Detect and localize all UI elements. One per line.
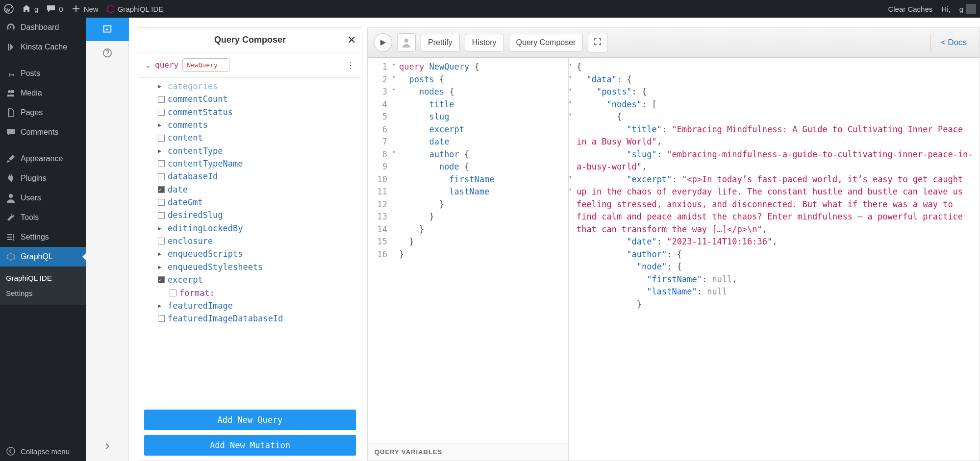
chevron-down-icon[interactable]: ⌄	[145, 61, 151, 69]
sidebar-item-settings[interactable]: Settings	[0, 227, 86, 247]
add-query-button[interactable]: Add New Query	[144, 410, 356, 430]
add-mutation-button[interactable]: Add New Mutation	[144, 435, 356, 456]
docs-button[interactable]: <Docs	[930, 34, 974, 51]
field-format[interactable]: format:	[158, 287, 362, 299]
close-icon[interactable]: ✕	[347, 34, 356, 47]
field-contentTypeName[interactable]: contentTypeName	[158, 157, 362, 170]
execute-button[interactable]	[374, 33, 392, 52]
field-desiredSlug[interactable]: desiredSlug	[158, 209, 362, 221]
sidebar-item-dashboard[interactable]: Dashboard	[0, 18, 86, 37]
sidebar-item-pages[interactable]: Pages	[0, 103, 86, 122]
graphiql-toolbar: Prettify History Query Composer <Docs	[368, 28, 980, 58]
wp-adminbar: g 0 New ⬡GraphiQL IDE Clear Caches Hi, g	[0, 0, 980, 18]
avatar	[966, 4, 976, 14]
field-commentCount[interactable]: commentCount	[158, 93, 362, 105]
svg-point-13	[404, 39, 408, 43]
wp-admin-sidebar: DashboardKinsta CachePostsMediaPagesComm…	[0, 18, 86, 461]
sidebar-item-tools[interactable]: Tools	[0, 208, 86, 227]
field-categories[interactable]: ▶categories	[158, 80, 362, 93]
help-icon[interactable]	[86, 41, 129, 65]
comments-link[interactable]: 0	[46, 4, 63, 14]
chevron-right-icon[interactable]	[86, 435, 129, 458]
explorer-icon[interactable]	[86, 18, 129, 41]
field-commentStatus[interactable]: commentStatus	[158, 106, 362, 119]
more-icon[interactable]: ⋮	[346, 60, 355, 71]
field-enqueuedStylesheets[interactable]: ▶enqueuedStylesheets	[158, 261, 362, 273]
svg-point-1	[8, 90, 11, 93]
query-keyword: query	[155, 60, 178, 70]
submenu-item[interactable]: GraphiQL IDE	[0, 270, 86, 286]
sidebar-item-plugins[interactable]: Plugins	[0, 169, 86, 188]
query-name-input[interactable]	[182, 58, 229, 72]
field-featuredImage[interactable]: ▶featuredImage	[158, 299, 362, 312]
sidebar-item-appearance[interactable]: Appearance	[0, 149, 86, 169]
field-featuredImageDatabaseId[interactable]: featuredImageDatabaseId	[158, 312, 362, 325]
graphql-logo-icon: ⬡	[106, 3, 115, 15]
history-button[interactable]: History	[465, 34, 504, 51]
sidebar-item-comments[interactable]: Comments	[0, 122, 86, 142]
prettify-button[interactable]: Prettify	[421, 34, 460, 51]
field-content[interactable]: content	[158, 131, 362, 144]
svg-point-3	[9, 194, 13, 198]
auth-button[interactable]	[397, 33, 416, 52]
sidebar-item-media[interactable]: Media	[0, 83, 86, 103]
field-dateGmt[interactable]: dateGmt	[158, 196, 362, 209]
field-comments[interactable]: ▶comments	[158, 119, 362, 131]
new-link[interactable]: New	[71, 4, 99, 14]
sidebar-item-graphql[interactable]: GraphQL	[0, 247, 86, 267]
field-date[interactable]: date	[158, 183, 362, 196]
collapse-menu[interactable]: Collapse menu	[0, 441, 86, 461]
graphiql-ide-link[interactable]: ⬡GraphiQL IDE	[106, 3, 164, 15]
composer-button[interactable]: Query Composer	[509, 34, 583, 51]
svg-rect-2	[11, 90, 14, 93]
field-editingLockedBy[interactable]: ▶editingLockedBy	[158, 222, 362, 235]
graphiql-icon-sidebar	[86, 18, 129, 461]
sidebar-item-posts[interactable]: Posts	[0, 64, 86, 83]
svg-point-10	[7, 447, 15, 455]
result-pane: ▾▾▾▾▾▾▾{ "data": { "posts": { "nodes": […	[569, 58, 980, 461]
submenu-item[interactable]: Settings	[0, 286, 86, 301]
field-enqueuedScripts[interactable]: ▶enqueuedScripts	[158, 247, 362, 260]
site-home[interactable]: g	[22, 4, 38, 14]
field-enclosure[interactable]: enclosure	[158, 235, 362, 247]
field-excerpt[interactable]: excerpt	[158, 273, 362, 286]
composer-title: Query Composer	[214, 35, 286, 45]
sidebar-item-users[interactable]: Users	[0, 188, 86, 208]
sidebar-item-kinsta-cache[interactable]: Kinsta Cache	[0, 37, 86, 57]
user-initial[interactable]: g	[959, 4, 976, 14]
field-databaseId[interactable]: databaseId	[158, 170, 362, 183]
composer-field-list: ▶categoriescommentCountcommentStatus▶com…	[138, 78, 362, 405]
fullscreen-button[interactable]	[588, 33, 607, 52]
query-editor[interactable]: 12345678910111213141516▾▾▾▾query NewQuer…	[368, 58, 569, 461]
wp-logo-icon[interactable]	[4, 4, 14, 14]
field-contentType[interactable]: ▶contentType	[158, 145, 362, 157]
user-greeting[interactable]: Hi,	[941, 5, 950, 13]
clear-caches[interactable]: Clear Caches	[888, 5, 932, 13]
query-variables-toggle[interactable]: QUERY VARIABLES	[368, 443, 568, 461]
query-composer-panel: Query Composer ✕ ⌄ query ⋮ ▶categoriesco…	[138, 27, 362, 461]
